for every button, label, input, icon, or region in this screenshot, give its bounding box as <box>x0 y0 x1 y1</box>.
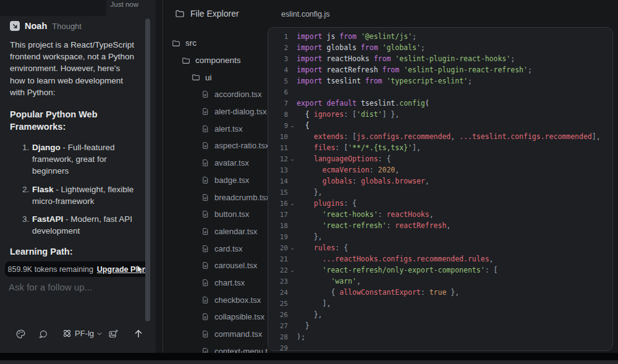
message-header: Noah Thought <box>10 21 82 31</box>
folder-icon <box>175 9 185 19</box>
tree-item-src[interactable]: src <box>163 35 268 52</box>
code-line: 2import globals from 'globals'; <box>273 42 612 53</box>
chevron-down-icon <box>96 331 103 337</box>
thought-label[interactable]: Thought <box>52 22 82 31</box>
line-number: 28 <box>273 333 288 341</box>
code-text: }, <box>297 310 323 319</box>
code-text: } <box>297 321 310 330</box>
fold-chevron-icon[interactable]: ⌄ <box>288 267 297 273</box>
code-line: 18 'react-refresh': reactRefresh, <box>273 220 612 231</box>
code-text: ecmaVersion: 2020, <box>297 166 399 174</box>
code-text: }, <box>297 232 323 241</box>
code-line: 1import js from '@eslint/js'; <box>273 31 612 42</box>
tree-item-context-menu-tsx[interactable]: context-menu.tsx <box>163 342 268 353</box>
framework-list: 1. Django - Full-featured framework, gre… <box>22 142 147 243</box>
code-text: globals: globals.browser, <box>297 177 430 185</box>
folder-icon <box>172 39 180 48</box>
tree-item-card-tsx[interactable]: card.tsx <box>163 240 268 257</box>
file-icon <box>201 108 210 116</box>
list-item: 1. Django - Full-featured framework, gre… <box>22 142 147 177</box>
line-number: 18 <box>273 222 288 230</box>
code-text: }, <box>297 188 323 197</box>
palette-icon[interactable] <box>15 329 26 339</box>
tree-item-breadcrumb-tsx[interactable]: breadcrumb.tsx <box>163 188 268 206</box>
folder-icon <box>192 73 200 82</box>
list-number: 2. <box>22 184 32 207</box>
tree-item-button-tsx[interactable]: button.tsx <box>163 206 268 223</box>
tree-item-alert-dialog-tsx[interactable]: alert-dialog.tsx <box>163 103 268 121</box>
add-image-icon[interactable] <box>108 329 119 339</box>
line-number: 13 <box>273 166 288 174</box>
tree-item-label: alert.tsx <box>214 124 243 133</box>
code-editor[interactable]: 1import js from '@eslint/js';2import glo… <box>268 27 613 351</box>
model-selector[interactable]: PF-lg <box>62 328 103 339</box>
tree-item-chart-tsx[interactable]: chart.tsx <box>163 274 268 292</box>
code-line: 14 globals: globals.browser, <box>273 176 612 187</box>
message-timestamp: Just now <box>111 1 138 8</box>
code-text: import globals from 'globals'; <box>297 43 425 52</box>
framework-name: Django <box>32 143 61 152</box>
code-line: 19 }, <box>273 231 612 242</box>
fold-chevron-icon[interactable]: ⌄ <box>288 200 297 206</box>
line-number: 19 <box>273 233 288 241</box>
tokens-remaining-banner: 859.9K tokens remaining Upgrade Plan <box>5 261 150 277</box>
fold-chevron-icon[interactable]: ⌄ <box>288 245 297 251</box>
tree-item-label: command.tsx <box>214 329 262 339</box>
code-text: files: ['**/*.{ts,tsx}'], <box>297 143 421 152</box>
file-icon <box>201 90 210 98</box>
tree-item-collapsible-tsx[interactable]: collapsible.tsx <box>163 308 268 326</box>
code-text: import tseslint from 'typescript-eslint'… <box>297 77 472 85</box>
file-explorer-title: File Explorer <box>190 9 239 19</box>
tree-item-label: collapsible.tsx <box>214 312 265 321</box>
tree-item-label: avatar.tsx <box>214 158 249 167</box>
code-text: 'react-refresh/only-export-components': … <box>297 266 497 274</box>
code-line: 28); <box>273 331 612 342</box>
send-arrow-icon[interactable] <box>133 328 144 339</box>
code-line: 4import reactRefresh from 'eslint-plugin… <box>273 64 612 75</box>
tree-item-alert-tsx[interactable]: alert.tsx <box>163 120 268 137</box>
noah-avatar-icon <box>10 21 20 31</box>
followup-input[interactable] <box>9 282 145 292</box>
tree-item-checkbox-tsx[interactable]: checkbox.tsx <box>163 291 268 308</box>
list-item: 3. FastAPI - Modern, fast API developmen… <box>22 213 147 237</box>
file-icon <box>201 330 210 338</box>
line-number: 7 <box>273 99 288 108</box>
tree-item-components[interactable]: components <box>163 52 268 69</box>
globe-icon[interactable] <box>38 329 48 339</box>
tree-item-carousel-tsx[interactable]: carousel.tsx <box>163 257 268 274</box>
fold-chevron-icon[interactable]: ⌄ <box>288 122 297 129</box>
code-line: 26 }, <box>273 309 612 320</box>
tree-item-label: button.tsx <box>214 210 249 219</box>
line-number: 8 <box>273 111 288 119</box>
tree-item-label: context-menu.tsx <box>214 347 268 353</box>
tree-item-command-tsx[interactable]: command.tsx <box>163 326 268 343</box>
code-line: 5import tseslint from 'typescript-eslint… <box>273 75 612 87</box>
tree-item-ui[interactable]: ui <box>163 69 268 86</box>
sender-name: Noah <box>25 21 47 31</box>
tree-item-label: chart.tsx <box>214 278 245 287</box>
code-line: 9⌄ { <box>273 120 612 131</box>
line-number: 29 <box>273 344 288 352</box>
tree-item-avatar-tsx[interactable]: avatar.tsx <box>163 154 268 172</box>
open-file-tab[interactable]: eslint.config.js <box>281 10 330 19</box>
tree-item-aspect-ratio-tsx[interactable]: aspect-ratio.tsx <box>163 137 268 154</box>
line-number: 5 <box>273 77 288 85</box>
code-text: plugins: { <box>297 199 357 208</box>
line-number: 1 <box>273 33 288 41</box>
line-number: 10 <box>273 133 288 141</box>
tree-item-badge-tsx[interactable]: badge.tsx <box>163 172 268 189</box>
tokens-remaining-text: 859.9K tokens remaining <box>8 265 93 274</box>
tree-item-calendar-tsx[interactable]: calendar.tsx <box>163 223 268 240</box>
code-text: rules: { <box>297 243 348 252</box>
code-text: 'warn', <box>297 277 361 286</box>
tree-item-accordion-tsx[interactable]: accordion.tsx <box>163 86 268 103</box>
chat-scrollbar[interactable] <box>145 19 150 321</box>
taskbar-strip <box>0 360 618 364</box>
code-text: { ignores: ['dist'] }, <box>297 110 399 119</box>
tree-item-label: card.tsx <box>214 244 243 253</box>
fold-chevron-icon[interactable]: ⌄ <box>288 156 297 162</box>
tree-item-label: carousel.tsx <box>214 261 257 270</box>
file-icon <box>201 261 210 269</box>
line-number: 27 <box>273 322 288 330</box>
tree-item-label: checkbox.tsx <box>214 295 261 305</box>
